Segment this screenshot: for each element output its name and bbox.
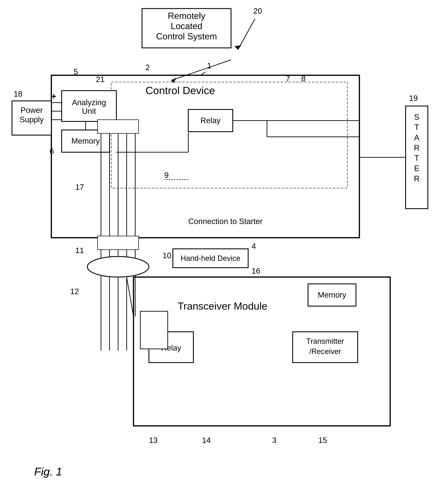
svg-rect-20 (62, 130, 110, 152)
svg-text:/Receiver: /Receiver (309, 347, 341, 356)
svg-rect-58 (173, 249, 248, 268)
svg-text:20: 20 (253, 6, 262, 15)
fig1-label: Fig. 1 (34, 465, 62, 478)
svg-rect-62 (134, 277, 390, 426)
svg-text:18: 18 (14, 90, 22, 98)
svg-text:15: 15 (318, 436, 327, 445)
svg-rect-68 (293, 332, 358, 363)
svg-text:Relay: Relay (161, 344, 181, 352)
svg-text:7: 7 (286, 74, 290, 83)
svg-text:E: E (414, 164, 419, 173)
svg-marker-9 (180, 87, 184, 93)
svg-text:Memory: Memory (71, 136, 100, 145)
svg-text:3: 3 (272, 436, 276, 445)
svg-text:Hand-held Device: Hand-held Device (180, 254, 240, 262)
svg-text:Supply: Supply (20, 115, 44, 124)
svg-rect-51 (97, 236, 139, 250)
svg-text:R: R (414, 174, 419, 183)
svg-rect-50 (97, 120, 139, 133)
svg-rect-80 (140, 311, 168, 349)
diagram: Remotely Located Control System 20 1 2 C… (0, 0, 440, 504)
svg-line-87 (171, 60, 231, 80)
svg-text:19: 19 (409, 94, 418, 103)
svg-text:10: 10 (163, 251, 171, 260)
svg-rect-0 (142, 9, 231, 48)
svg-line-5 (238, 19, 255, 50)
svg-text:11: 11 (75, 246, 84, 255)
svg-text:21: 21 (96, 75, 105, 84)
svg-text:12: 12 (70, 287, 79, 296)
svg-text:Remotely: Remotely (168, 11, 205, 21)
svg-rect-16 (62, 91, 116, 121)
svg-text:Analyzing: Analyzing (72, 98, 106, 107)
svg-text:R: R (414, 143, 419, 152)
svg-marker-88 (171, 78, 176, 83)
svg-text:Connection to Starter: Connection to Starter (188, 217, 263, 226)
svg-point-56 (87, 256, 149, 277)
svg-text:Power: Power (21, 106, 43, 115)
svg-text:T: T (414, 123, 419, 132)
svg-text:4: 4 (252, 242, 256, 251)
svg-marker-6 (234, 45, 241, 50)
svg-text:Transceiver Module: Transceiver Module (178, 300, 267, 312)
svg-text:16: 16 (252, 266, 260, 275)
svg-text:S: S (414, 113, 419, 121)
svg-text:5: 5 (74, 67, 78, 76)
svg-text:Relay: Relay (200, 116, 220, 125)
svg-rect-13 (111, 82, 347, 188)
svg-text:Transmitter: Transmitter (306, 337, 344, 345)
svg-text:8: 8 (301, 74, 306, 83)
svg-text:Control System: Control System (156, 31, 217, 41)
svg-text:Control Device: Control Device (145, 84, 215, 96)
svg-line-78 (127, 277, 134, 316)
svg-rect-66 (149, 332, 193, 363)
svg-text:14: 14 (202, 436, 211, 445)
svg-text:T: T (414, 154, 419, 162)
svg-rect-64 (308, 284, 356, 306)
svg-text:2: 2 (145, 63, 150, 72)
svg-rect-33 (406, 106, 428, 209)
svg-text:13: 13 (149, 436, 158, 445)
svg-text:+: + (51, 92, 56, 101)
svg-text:Located: Located (171, 21, 202, 31)
svg-text:A: A (414, 133, 419, 142)
svg-text:9: 9 (164, 171, 169, 180)
svg-text:6: 6 (50, 147, 54, 156)
svg-text:Memory: Memory (318, 290, 346, 299)
svg-text:Unit: Unit (82, 106, 96, 115)
svg-rect-11 (51, 75, 359, 238)
svg-text:17: 17 (75, 183, 84, 192)
svg-rect-22 (188, 109, 233, 132)
svg-rect-26 (12, 101, 51, 135)
svg-text:1: 1 (207, 61, 211, 70)
svg-line-8 (180, 72, 205, 91)
